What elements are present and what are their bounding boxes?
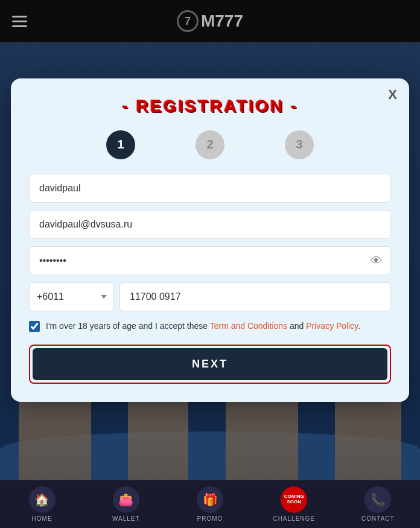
privacy-link[interactable]: Privacy Policy xyxy=(306,321,358,331)
wallet-label: WALLET xyxy=(112,515,140,522)
show-password-icon[interactable]: 👁 xyxy=(371,253,383,267)
password-input[interactable] xyxy=(29,246,391,275)
challenge-icon: COMINGSOON xyxy=(281,486,307,513)
nav-item-wallet[interactable]: 👛 WALLET xyxy=(84,486,168,522)
challenge-label: CHALLENGE xyxy=(273,515,315,522)
step-3: 3 xyxy=(285,130,314,159)
nav-item-promo[interactable]: 🎁 PROMO xyxy=(168,486,252,522)
close-button[interactable]: X xyxy=(388,87,397,103)
next-button-wrapper: NEXT xyxy=(29,345,391,384)
promo-icon: 🎁 xyxy=(197,486,223,513)
nav-item-challenge[interactable]: COMINGSOON CHALLENGE xyxy=(252,486,336,522)
modal-title: - REGISTRATION - xyxy=(29,97,391,116)
step-2: 2 xyxy=(196,130,224,159)
contact-icon: 📞 xyxy=(364,486,391,513)
home-icon: 🏠 xyxy=(29,486,56,513)
email-input[interactable] xyxy=(29,210,391,239)
promo-label: PROMO xyxy=(197,515,223,522)
terms-text: I'm over 18 years of age and I accept th… xyxy=(46,320,360,332)
terms-row: I'm over 18 years of age and I accept th… xyxy=(29,320,391,332)
modal-overlay: X - REGISTRATION - 1 2 3 👁 +6011 +60 +65… xyxy=(0,0,420,480)
terms-link[interactable]: Term and Conditions xyxy=(210,321,287,331)
phone-prefix-select[interactable]: +6011 +60 +65 +66 xyxy=(29,282,113,311)
steps-indicator: 1 2 3 xyxy=(29,130,391,159)
step-1: 1 xyxy=(106,130,135,159)
phone-row: +6011 +60 +65 +66 xyxy=(29,282,391,311)
password-wrapper: 👁 xyxy=(29,246,391,275)
wallet-icon: 👛 xyxy=(113,486,139,513)
terms-checkbox[interactable] xyxy=(29,321,40,332)
phone-number-input[interactable] xyxy=(119,282,391,311)
nav-item-contact[interactable]: 📞 CONTACT xyxy=(336,486,420,522)
nav-item-home[interactable]: 🏠 HOME xyxy=(0,486,84,522)
bottom-navigation: 🏠 HOME 👛 WALLET 🎁 PROMO COMINGSOON CHALL… xyxy=(0,480,420,528)
registration-modal: X - REGISTRATION - 1 2 3 👁 +6011 +60 +65… xyxy=(11,78,409,402)
username-input[interactable] xyxy=(29,174,391,203)
next-button[interactable]: NEXT xyxy=(33,348,387,380)
home-label: HOME xyxy=(32,515,52,522)
contact-label: CONTACT xyxy=(361,515,395,522)
